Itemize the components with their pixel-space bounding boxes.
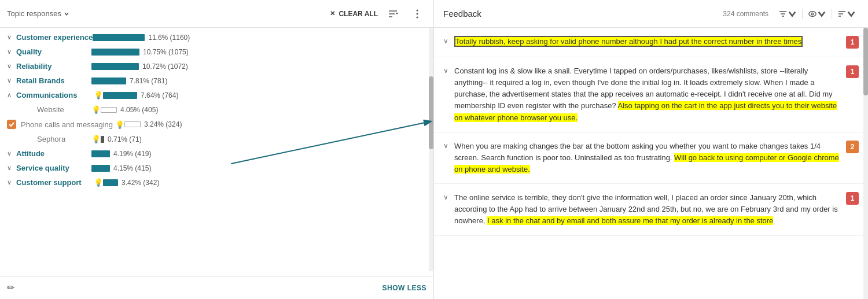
feedback-item: ∨ Constant log ins & slow like a snail. … xyxy=(434,57,868,132)
bar-container: 3.42% (342) xyxy=(103,179,426,187)
feedback-text: Constant log ins & slow like a snail. Ev… xyxy=(454,65,840,124)
topic-bar xyxy=(91,63,139,70)
collapse-icon[interactable]: ∨ xyxy=(443,142,448,150)
feedback-title: Feedback xyxy=(443,9,481,19)
sort-button[interactable] xyxy=(834,8,859,20)
feedback-text: The online service is terrible, they don… xyxy=(454,192,840,227)
topic-row[interactable]: ∨ Customer experience 11.6% (1160) xyxy=(0,30,433,45)
topic-label: Reliability xyxy=(16,62,91,71)
bar-container: 4.05% (405) xyxy=(101,106,426,114)
divider xyxy=(832,9,832,19)
svg-point-5 xyxy=(417,16,418,18)
highlighted-text: Also tapping on the cart in the app just… xyxy=(454,101,837,121)
pct-value: 4.19% (419) xyxy=(113,150,151,158)
bulb-icon: 💡 xyxy=(94,91,103,99)
edit-icon[interactable]: ✏ xyxy=(7,282,14,293)
toggle-icon: ∨ xyxy=(7,164,14,172)
chevron-icon xyxy=(788,10,796,18)
checkbox-checked[interactable] xyxy=(7,120,16,129)
score-badge: 1 xyxy=(846,192,859,205)
svg-point-3 xyxy=(417,9,418,11)
sort-filter-button[interactable] xyxy=(384,5,402,23)
feedback-item: ∨ Totally rubbish, keep asking for valid… xyxy=(434,28,868,57)
bar-container: 3.24% (324) xyxy=(124,120,426,128)
topic-responses-dropdown[interactable]: Topic responses xyxy=(7,9,69,18)
topic-responses-label: Topic responses xyxy=(7,9,61,18)
bulb-icon: 💡 xyxy=(115,120,124,129)
topic-label: Communications xyxy=(16,91,91,99)
topic-row[interactable]: ∨ Attitude 4.19% (419) xyxy=(0,146,433,161)
right-panel: Feedback 324 comments xyxy=(434,0,868,299)
bulb-icon: 💡 xyxy=(91,105,101,114)
topic-bar xyxy=(101,107,117,113)
pct-value: 11.6% (1160) xyxy=(148,34,190,42)
right-scrollbar[interactable] xyxy=(863,28,868,299)
topic-label: Sephora xyxy=(25,135,89,143)
bar-container: 10.72% (1072) xyxy=(91,62,426,71)
topic-bar xyxy=(91,165,110,172)
scrollbar-thumb xyxy=(429,76,433,149)
score-badge: 1 xyxy=(846,65,859,78)
phone-calls-row[interactable]: Phone calls and messaging 💡 3.24% (324) xyxy=(0,117,433,132)
checkmark-icon xyxy=(9,122,14,127)
eye-icon xyxy=(808,10,816,18)
score-badge: 1 xyxy=(846,36,859,49)
chevron-down-icon xyxy=(64,11,69,17)
toggle-icon: ∨ xyxy=(7,77,14,84)
topic-row[interactable]: ∧ Communications 💡 7.64% (764) xyxy=(0,88,433,102)
topic-label: Attitude xyxy=(16,149,91,158)
score-badge: 2 xyxy=(846,141,859,153)
collapse-icon[interactable]: ∨ xyxy=(443,67,448,75)
highlighted-text: Totally rubbish, keep asking for valid p… xyxy=(454,36,803,47)
topic-row[interactable]: ∨ Reliability 10.72% (1072) xyxy=(0,59,433,73)
svg-point-4 xyxy=(417,13,418,14)
divider xyxy=(802,9,803,19)
feedback-text: When you are making changes the bar at t… xyxy=(454,141,840,175)
topic-label: Website xyxy=(25,105,89,114)
bulb-icon: 💡 xyxy=(91,135,101,143)
collapse-icon[interactable]: ∨ xyxy=(443,37,448,45)
show-less-button[interactable]: SHOW LESS xyxy=(382,284,426,292)
topic-row[interactable]: ∨ Service quality 4.15% (415) xyxy=(0,161,433,175)
topic-row[interactable]: ∨ Retail Brands 7.81% (781) xyxy=(0,73,433,88)
toggle-icon: ∨ xyxy=(7,179,14,186)
topic-row[interactable]: ∨ Customer support 💡 3.42% (342) xyxy=(0,175,433,190)
right-panel-wrapper: Feedback 324 comments xyxy=(434,0,868,299)
topic-bar xyxy=(91,77,126,84)
topic-row[interactable]: ∨ Quality 10.75% (1075) xyxy=(0,45,433,59)
collapse-icon[interactable]: ∨ xyxy=(443,193,448,201)
highlighted-text: I ask in the chat and by email and both … xyxy=(487,216,773,225)
more-options-button[interactable] xyxy=(408,5,426,23)
view-button[interactable] xyxy=(805,8,829,20)
right-scrollbar-thumb xyxy=(863,28,868,95)
left-panel: Topic responses ✕ CLEAR ALL ∨ xyxy=(0,0,434,299)
bar-container: 10.75% (1075) xyxy=(91,48,426,56)
comments-count: 324 comments xyxy=(723,10,768,18)
filter-button[interactable] xyxy=(775,8,800,20)
pct-value: 10.75% (1075) xyxy=(143,48,189,56)
bar-container: 0.71% (71) xyxy=(101,135,426,143)
topic-label: Retail Brands xyxy=(16,76,91,85)
pct-value: 7.64% (764) xyxy=(141,91,178,99)
sort-icon xyxy=(838,10,846,18)
topic-label: Quality xyxy=(16,47,91,56)
topic-bar xyxy=(101,136,104,143)
topic-row[interactable]: Sephora 💡 0.71% (71) xyxy=(0,132,433,146)
more-dots-icon xyxy=(416,9,418,19)
topic-bar xyxy=(103,92,137,99)
filter-icon xyxy=(779,10,787,18)
left-footer: ✏ SHOW LESS xyxy=(0,276,433,299)
chevron-icon xyxy=(818,10,826,18)
left-header: Topic responses ✕ CLEAR ALL xyxy=(0,0,433,28)
svg-point-12 xyxy=(811,13,814,15)
scrollbar[interactable] xyxy=(429,28,433,271)
clear-all-button[interactable]: ✕ CLEAR ALL xyxy=(330,10,378,18)
highlighted-text: Will go back to using computer or Google… xyxy=(454,153,839,174)
pct-value: 4.05% (405) xyxy=(120,106,158,114)
bar-container: 4.19% (419) xyxy=(91,150,426,158)
topic-bar xyxy=(91,49,139,56)
topic-row[interactable]: Website 💡 4.05% (405) xyxy=(0,102,433,117)
topics-list: ∨ Customer experience 11.6% (1160) ∨ Qua… xyxy=(0,28,433,276)
svg-point-11 xyxy=(809,11,816,16)
toggle-icon: ∧ xyxy=(7,91,14,99)
